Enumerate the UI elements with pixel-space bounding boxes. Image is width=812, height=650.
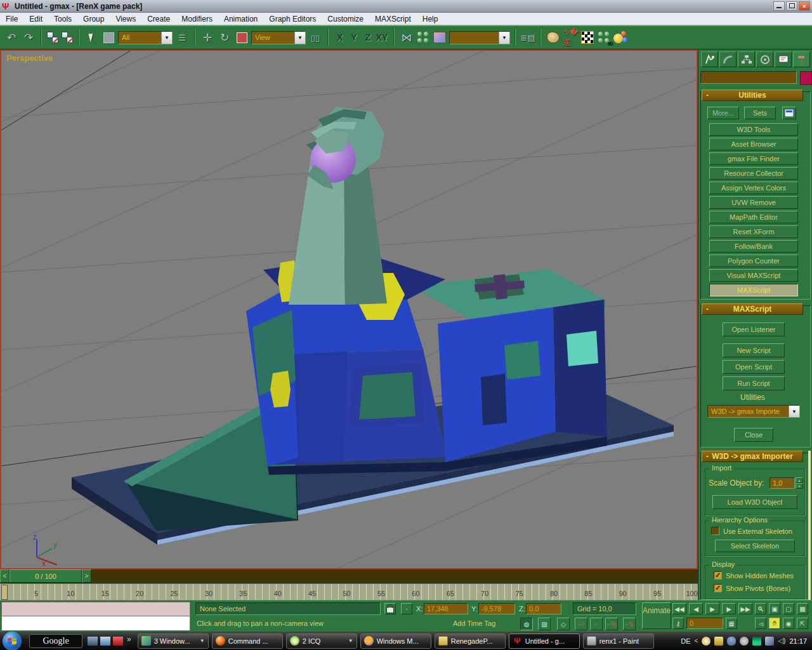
align-icon[interactable]	[432, 30, 447, 45]
display-checkbox[interactable]: ✓ Show Hidden Meshes	[714, 571, 794, 580]
time-config-icon[interactable]: ▦	[726, 618, 737, 629]
show-desktop-icon[interactable]	[88, 637, 98, 646]
menu-item[interactable]: Tools	[48, 15, 77, 23]
messenger-tray-icon[interactable]	[727, 637, 736, 646]
dropdown-arrow-icon[interactable]: ▼	[499, 32, 509, 44]
menu-item[interactable]: Graph Editors	[263, 15, 322, 23]
sets-button[interactable]: Sets	[744, 107, 776, 119]
minimize-button[interactable]	[773, 1, 785, 11]
absolute-mode-icon[interactable]: ◦	[401, 603, 412, 614]
importer-rollout-header[interactable]: - W3D -> gmax Importer	[702, 451, 803, 462]
display-tab-icon[interactable]	[775, 51, 792, 67]
clock[interactable]: 21:17	[789, 637, 807, 645]
mirror-icon[interactable]: ⋈	[399, 30, 414, 45]
menu-item[interactable]: Create	[141, 15, 176, 23]
key-filter-icon[interactable]: ⌐³	[575, 618, 587, 630]
use-pivot-point-icon[interactable]: ▯▯	[308, 30, 323, 45]
configure-button-sets-icon[interactable]	[782, 107, 796, 119]
load-w3d-button[interactable]: Load W3D Object	[712, 495, 797, 509]
pan-icon[interactable]: ✋︎	[769, 618, 780, 629]
arc-rotate-icon[interactable]: ◉	[783, 618, 794, 629]
menu-item[interactable]: Group	[77, 15, 110, 23]
next-frame-icon[interactable]: ▶	[722, 603, 736, 614]
named-selection-dropdown[interactable]: ▼	[449, 31, 510, 44]
menu-item[interactable]: MAXScript	[369, 15, 417, 23]
maxscript-button[interactable]: Open Listener	[723, 322, 785, 336]
tray-collapse-arrow[interactable]: <	[695, 637, 698, 644]
select-skeleton-button[interactable]: Select Skeleton	[715, 540, 795, 552]
z-coord-field[interactable]: 0,0	[526, 603, 561, 614]
google-search-box[interactable]: Google	[29, 634, 82, 648]
key-mode-toggle-icon[interactable]: ⚷	[672, 618, 684, 629]
sync-tray-icon[interactable]	[702, 637, 710, 646]
render-scene-icon[interactable]	[580, 30, 595, 45]
rectangular-selection-icon[interactable]	[101, 30, 116, 45]
utility-button[interactable]: Resource Collector	[709, 167, 798, 180]
axis-constraint-button[interactable]: XY	[375, 30, 389, 44]
time-slider[interactable]: 0 / 100	[10, 569, 82, 583]
display-checkbox[interactable]: ✓ Show Pivots (Bones)	[714, 584, 790, 592]
utilities-rollout-header[interactable]: - Utilities	[702, 90, 803, 101]
hierarchy-tab-icon[interactable]	[738, 51, 755, 67]
zoom-extents-all-icon[interactable]: ▩	[797, 603, 808, 614]
key-select-icon[interactable]: ⌐	[590, 618, 603, 630]
utility-button[interactable]: Polygon Counter	[709, 255, 798, 267]
selection-lock-icon[interactable]	[384, 603, 396, 614]
restore-button[interactable]	[786, 1, 797, 11]
taskbar-button[interactable]: Ψ Untitled - g... ▼	[509, 633, 580, 649]
go-to-start-icon[interactable]: ◀◀	[672, 603, 686, 614]
panel-scrollbar[interactable]	[808, 451, 811, 600]
app-quicklaunch-icon[interactable]	[113, 637, 123, 646]
menu-item[interactable]: Modifiers	[176, 15, 218, 23]
key-percent-icon[interactable]: ⌐%	[605, 618, 618, 630]
menu-item[interactable]: Edit	[23, 15, 48, 23]
snap-toggle-icon[interactable]: ◍	[520, 618, 533, 630]
signal-tray-icon[interactable]	[752, 637, 761, 646]
track-bar-thumb[interactable]	[1, 585, 8, 600]
track-bar[interactable]: 5101520253035404550556065707580859095100	[0, 583, 698, 600]
create-tab-icon[interactable]	[701, 51, 718, 67]
modify-tab-icon[interactable]	[719, 51, 737, 67]
array-icon[interactable]	[416, 30, 430, 44]
skype-tray-icon[interactable]	[740, 637, 749, 646]
add-time-tag[interactable]: Add Time Tag	[453, 620, 495, 627]
use-external-skeleton-checkbox[interactable]: ✓ Use External Skeleton	[711, 527, 792, 535]
render-last-icon[interactable]	[613, 30, 628, 44]
selection-filter-dropdown[interactable]: All ▼	[118, 31, 173, 44]
taskbar-button[interactable]: RenegadeP... ▼	[435, 633, 506, 649]
redo-icon[interactable]: ↷	[21, 30, 36, 45]
reference-coordsys-dropdown[interactable]: View ▼	[251, 31, 306, 44]
frame-next-arrow[interactable]: >	[82, 569, 91, 583]
maxscript-button[interactable]: New Script	[723, 343, 785, 357]
axis-constraint-button[interactable]: Z	[361, 30, 375, 44]
volume-tray-icon[interactable]: ◁)	[778, 637, 785, 646]
menu-item[interactable]: Customize	[322, 15, 369, 23]
unlink-selection-icon[interactable]	[61, 31, 74, 44]
utility-button[interactable]: Follow/Bank	[709, 240, 798, 253]
percent-snap-icon[interactable]: ◇	[557, 618, 570, 630]
language-indicator[interactable]: DE	[681, 637, 690, 645]
dropdown-arrow-icon[interactable]: ▼	[161, 32, 172, 44]
scale-icon[interactable]	[234, 30, 249, 45]
move-icon[interactable]: ✛	[200, 30, 215, 45]
utility-button[interactable]: MapPath Editor	[709, 211, 798, 223]
rotate-icon[interactable]: ↻	[217, 30, 232, 45]
macro-recorder-field[interactable]	[1, 602, 190, 616]
taskbar-button[interactable]: renx1 - Paint ▼	[583, 633, 654, 649]
quicklaunch-overflow-chevron[interactable]: »	[127, 635, 131, 644]
curve-editor-icon[interactable]: ∿�送	[563, 30, 578, 45]
current-frame-field[interactable]: 0	[686, 618, 723, 629]
play-icon[interactable]: ▶	[705, 603, 719, 614]
perspective-viewport[interactable]: Perspective z y x	[0, 50, 698, 569]
material-id-icon[interactable]: ID	[597, 30, 611, 44]
utility-button[interactable]: W3D Tools	[709, 123, 798, 136]
prev-frame-icon[interactable]: ◀	[689, 603, 703, 614]
key-mode-icon[interactable]: ⌐⇅	[623, 618, 636, 630]
taskbar-button[interactable]: 2 ICQ ▼	[286, 633, 357, 649]
utilities-tab-icon[interactable]	[793, 51, 810, 67]
time-slider-track[interactable]: < 0 / 100 >	[0, 569, 698, 583]
scale-field[interactable]: 1,0	[769, 477, 795, 489]
track-view-icon[interactable]: ≣▤	[520, 30, 535, 45]
angle-snap-icon[interactable]: ▨	[538, 618, 551, 630]
utility-button[interactable]: MAXScript	[709, 284, 798, 296]
